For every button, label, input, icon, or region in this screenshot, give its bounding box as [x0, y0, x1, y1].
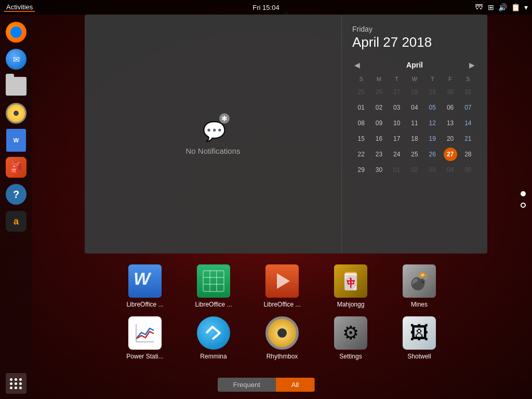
app-item-libreoffice-writer[interactable]: LibreOffice ... — [119, 264, 171, 308]
calendar-day-cell[interactable]: 26 — [425, 148, 439, 161]
page-indicator-1[interactable] — [521, 191, 526, 196]
calendar-day-cell[interactable]: 10 — [390, 116, 404, 130]
bell-icon: 💬 — [203, 121, 226, 142]
calendar-day-cell[interactable]: 01 — [390, 163, 404, 177]
dropdown-arrow[interactable]: ▾ — [524, 3, 528, 11]
calendar-day-cell[interactable]: 07 — [461, 101, 475, 114]
calendar-day-cell[interactable]: 27 — [444, 148, 457, 161]
notification-area: ✱ 💬 No Notifications — [85, 15, 342, 254]
activities-button[interactable]: Activities — [4, 3, 35, 12]
sidebar-item-amazon[interactable]: a — [5, 210, 28, 233]
calendar-day-cell[interactable]: 02 — [372, 101, 385, 114]
calendar-day-cell[interactable]: 28 — [461, 148, 475, 161]
calendar-day-cell[interactable]: 05 — [461, 163, 475, 177]
calendar-day-cell[interactable]: 17 — [390, 132, 404, 145]
calendar-day-cell[interactable]: 30 — [372, 163, 385, 177]
volume-icon[interactable]: 🔊 — [498, 3, 507, 11]
libreoffice-impress-label: LibreOffice ... — [263, 301, 300, 308]
sidebar-item-files[interactable] — [5, 75, 28, 98]
mahjongg-icon: 🀄 — [334, 264, 367, 298]
calendar-day-cell[interactable]: 14 — [461, 116, 475, 130]
calendar-day-cell[interactable]: 15 — [354, 132, 368, 145]
calendar-day-cell[interactable]: 03 — [425, 163, 439, 177]
calendar-day-cell[interactable]: 16 — [372, 132, 385, 145]
sidebar-item-thunderbird[interactable] — [5, 48, 28, 71]
rhythmbox-label: Rhythmbox — [267, 353, 298, 360]
calendar-day-cell[interactable]: 25 — [354, 85, 368, 99]
calendar-day-cell[interactable]: 21 — [461, 132, 475, 145]
app-item-rhythmbox[interactable]: Rhythmbox — [256, 316, 308, 360]
calendar-day-cell[interactable]: 29 — [425, 85, 439, 99]
calendar-day-cell[interactable]: 01 — [354, 101, 368, 114]
calendar-day-cell[interactable]: 11 — [408, 116, 421, 130]
calendar-day-cell[interactable]: 19 — [425, 132, 439, 145]
mines-label: Mines — [411, 301, 428, 308]
calendar-day-cell[interactable]: 13 — [444, 116, 457, 130]
calendar-day-cell[interactable]: 30 — [444, 85, 457, 99]
shotwell-label: Shotwell — [407, 353, 431, 360]
app-item-mahjongg[interactable]: 🀄 Mahjongg — [325, 264, 377, 308]
cal-header-fri: F — [441, 74, 459, 84]
svg-rect-6 — [203, 271, 224, 291]
app-grid: LibreOffice ... LibreOffice ... — [32, 254, 532, 370]
sidebar-item-help[interactable]: ? — [5, 183, 28, 206]
calendar-day-cell[interactable]: 12 — [425, 116, 439, 130]
mines-icon: 💣 — [403, 264, 436, 298]
libreoffice-writer-label: LibreOffice ... — [126, 301, 163, 308]
calendar-day-cell[interactable]: 28 — [408, 85, 421, 99]
sidebar-item-writer[interactable]: W — [5, 129, 28, 152]
calendar-rows: 2526272829303101020304050607080910111213… — [352, 85, 477, 177]
calendar-day-cell[interactable]: 27 — [390, 85, 404, 99]
calendar-day-cell[interactable]: 04 — [444, 163, 457, 177]
app-item-remmina[interactable]: Remmina — [188, 316, 240, 360]
app-item-shotwell[interactable]: 🖼 Shotwell — [393, 316, 445, 360]
calendar-day-cell[interactable]: 23 — [372, 148, 385, 161]
calendar-day-cell[interactable]: 06 — [444, 101, 457, 114]
calendar-day-cell[interactable]: 25 — [408, 148, 421, 161]
rhythmbox-icon — [265, 316, 299, 350]
app-grid-row-1: LibreOffice ... LibreOffice ... — [119, 264, 445, 308]
calendar-day-cell[interactable]: 04 — [408, 101, 421, 114]
sidebar-show-apps-button[interactable] — [6, 373, 26, 394]
calendar-day-cell[interactable]: 24 — [390, 148, 404, 161]
calendar-day-cell[interactable]: 20 — [444, 132, 457, 145]
shotwell-icon: 🖼 — [403, 316, 436, 350]
no-notifications-label: No Notifications — [185, 147, 240, 155]
page-indicator-2[interactable] — [521, 203, 526, 208]
app-item-powerstati[interactable]: Power Stati... — [119, 316, 171, 360]
topbar-right: ⊞ 🔊 📋 ▾ — [474, 3, 528, 12]
network-icon[interactable]: ⊞ — [488, 3, 494, 11]
sidebar-item-firefox[interactable] — [5, 21, 28, 44]
calendar-week-row: 22232425262728 — [352, 147, 477, 162]
calendar-week-row: 25262728293031 — [352, 85, 477, 99]
calendar-prev-button[interactable]: ◀ — [352, 60, 362, 70]
calendar-day-name: Friday — [352, 25, 477, 33]
calendar-day-cell[interactable]: 31 — [461, 85, 475, 99]
calendar-day-cell[interactable]: 03 — [390, 101, 404, 114]
frequent-tab[interactable]: Frequent — [218, 378, 276, 392]
network-icon[interactable] — [474, 3, 484, 12]
clipboard-icon[interactable]: 📋 — [511, 3, 520, 11]
sidebar: W 🎒 ? a — [0, 15, 32, 399]
app-item-mines[interactable]: 💣 Mines — [393, 264, 445, 308]
mahjongg-label: Mahjongg — [337, 301, 365, 308]
calendar-day-cell[interactable]: 05 — [425, 101, 439, 114]
sidebar-item-appstore[interactable]: 🎒 — [5, 156, 28, 179]
app-item-libreoffice-impress[interactable]: LibreOffice ... — [256, 264, 308, 308]
app-item-settings[interactable]: ⚙ Settings — [325, 316, 377, 360]
calendar-day-cell[interactable]: 22 — [354, 148, 368, 161]
app-item-libreoffice-calc[interactable]: LibreOffice ... — [188, 264, 240, 308]
svg-rect-3 — [481, 6, 483, 7]
sidebar-item-rhythmbox[interactable] — [5, 102, 28, 125]
cal-header-sat: S — [459, 74, 477, 84]
all-tab[interactable]: All — [276, 378, 314, 392]
calendar-day-cell[interactable]: 02 — [408, 163, 421, 177]
calendar-day-cell[interactable]: 26 — [372, 85, 385, 99]
calendar-day-cell[interactable]: 09 — [372, 116, 385, 130]
calendar-next-button[interactable]: ▶ — [467, 60, 477, 70]
cal-header-thu: T — [423, 74, 441, 84]
right-page-indicators — [521, 191, 526, 208]
calendar-day-cell[interactable]: 08 — [354, 116, 368, 130]
calendar-day-cell[interactable]: 29 — [354, 163, 368, 177]
calendar-day-cell[interactable]: 18 — [408, 132, 421, 145]
